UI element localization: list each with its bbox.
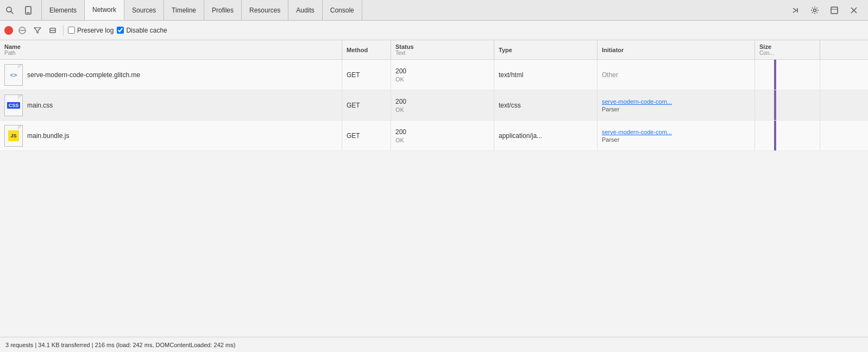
tab-network[interactable]: Network xyxy=(85,0,124,20)
waterfall-bar-3 xyxy=(774,121,776,150)
tab-resources[interactable]: Resources xyxy=(242,0,288,20)
th-initiator[interactable]: Initiator xyxy=(597,40,755,59)
waterfall-bar-1 xyxy=(774,60,776,90)
td-name-1: <> serve-modern-code-complete.glitch.me xyxy=(0,60,342,90)
td-type-1: text/html xyxy=(494,60,597,90)
waterfall-bar-2 xyxy=(774,90,776,120)
preserve-log-checkbox[interactable] xyxy=(68,27,75,34)
svg-rect-6 xyxy=(831,7,838,14)
th-status[interactable]: Status Text xyxy=(391,40,494,59)
td-size-2 xyxy=(755,90,820,120)
network-table: Name Path Method Status Text Type Initia… xyxy=(0,40,868,337)
execute-icon[interactable] xyxy=(788,3,803,18)
disable-cache-checkbox[interactable] xyxy=(117,27,124,34)
td-initiator-2: serve-modern-code-com... Parser xyxy=(597,90,755,120)
gear-icon[interactable] xyxy=(807,3,822,18)
status-bar: 3 requests | 34.1 KB transferred | 216 m… xyxy=(0,337,868,352)
table-row[interactable]: <> serve-modern-code-complete.glitch.me … xyxy=(0,60,868,90)
table-row[interactable]: CSS main.css GET 200 OK text/css serve-m… xyxy=(0,90,868,121)
tab-bar-icons xyxy=(2,3,36,18)
td-name-3: JS main.bundle.js xyxy=(0,121,342,150)
magnifier-icon[interactable] xyxy=(2,3,17,18)
tab-elements[interactable]: Elements xyxy=(41,0,85,20)
td-status-3: 200 OK xyxy=(391,121,494,150)
td-status-2: 200 OK xyxy=(391,90,494,120)
table-body: <> serve-modern-code-complete.glitch.me … xyxy=(0,60,868,337)
stop-icon[interactable] xyxy=(16,24,28,36)
disable-cache-checkbox-label[interactable]: Disable cache xyxy=(117,27,167,34)
tab-audits[interactable]: Audits xyxy=(288,0,322,20)
js-file-icon: JS xyxy=(4,125,23,147)
th-method[interactable]: Method xyxy=(342,40,391,59)
td-type-2: text/css xyxy=(494,90,597,120)
td-size-3 xyxy=(755,121,820,150)
tab-bar: Elements Network Sources Timeline Profil… xyxy=(0,0,868,21)
td-size-1 xyxy=(755,60,820,90)
td-status-1: 200 OK xyxy=(391,60,494,90)
table-row[interactable]: JS main.bundle.js GET 200 OK application… xyxy=(0,121,868,151)
css-file-icon: CSS xyxy=(4,95,23,116)
close-icon[interactable] xyxy=(846,3,861,18)
th-name[interactable]: Name Path xyxy=(0,40,342,59)
td-initiator-1: Other xyxy=(597,60,755,90)
filter-icon[interactable] xyxy=(32,24,43,36)
svg-point-5 xyxy=(814,9,816,11)
table-header: Name Path Method Status Text Type Initia… xyxy=(0,40,868,60)
td-method-3: GET xyxy=(342,121,391,150)
tab-profiles[interactable]: Profiles xyxy=(204,0,242,20)
preserve-log-checkbox-label[interactable]: Preserve log xyxy=(68,27,114,34)
td-name-2: CSS main.css xyxy=(0,90,342,120)
tab-sources[interactable]: Sources xyxy=(124,0,164,20)
tabs: Elements Network Sources Timeline Profil… xyxy=(41,0,362,20)
td-initiator-3: serve-modern-code-com... Parser xyxy=(597,121,755,150)
svg-line-1 xyxy=(11,11,13,13)
tab-console[interactable]: Console xyxy=(323,0,362,20)
td-method-2: GET xyxy=(342,90,391,120)
tab-bar-right xyxy=(788,3,866,18)
td-method-1: GET xyxy=(342,60,391,90)
list-icon[interactable] xyxy=(47,24,59,36)
th-size[interactable]: Size Con... xyxy=(755,40,820,59)
toolbar: Preserve log Disable cache xyxy=(0,21,868,40)
window-icon[interactable] xyxy=(827,3,842,18)
record-button[interactable] xyxy=(4,26,13,35)
th-type[interactable]: Type xyxy=(494,40,597,59)
toolbar-divider xyxy=(63,25,64,36)
device-icon[interactable] xyxy=(21,3,36,18)
html-file-icon: <> xyxy=(4,64,23,86)
tab-timeline[interactable]: Timeline xyxy=(164,0,204,20)
td-type-3: application/ja... xyxy=(494,121,597,150)
